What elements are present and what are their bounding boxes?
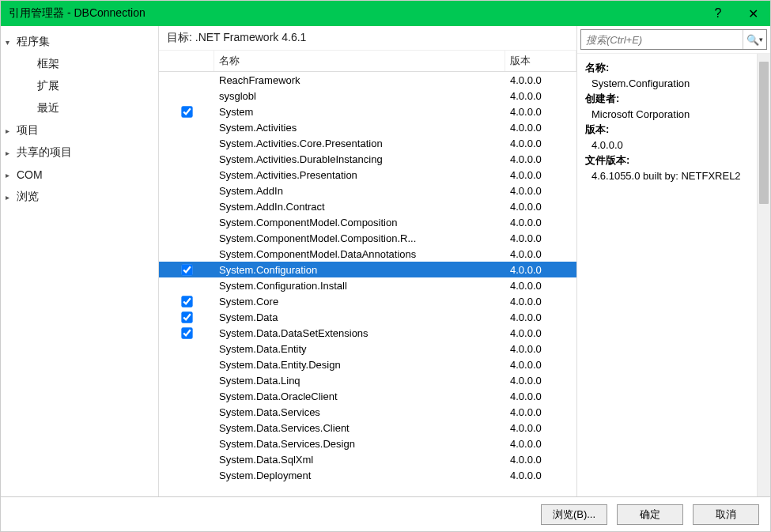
assembly-row[interactable]: System.Activities.Presentation4.0.0.0 xyxy=(159,167,576,183)
close-button[interactable]: ✕ xyxy=(735,1,770,26)
assembly-name: System.Data xyxy=(214,311,505,323)
nav-item[interactable]: COM xyxy=(1,164,158,186)
assembly-row[interactable]: System.Configuration4.0.0.0 xyxy=(159,262,576,277)
search-wrap: 🔍▾ xyxy=(577,26,770,54)
assembly-version: 4.0.0.0 xyxy=(505,422,576,434)
assembly-row[interactable]: System.Core4.0.0.0 xyxy=(159,293,576,309)
assembly-checkbox[interactable] xyxy=(181,296,192,307)
assembly-name: System.ComponentModel.Composition xyxy=(214,217,505,228)
expand-icon[interactable] xyxy=(6,171,17,179)
expand-icon[interactable] xyxy=(6,38,17,47)
assembly-version: 4.0.0.0 xyxy=(505,185,576,197)
detail-creator-value: Microsoft Corporation xyxy=(585,107,749,123)
nav-item[interactable]: 共享的项目 xyxy=(1,141,158,164)
assembly-name: System.Data.OracleClient xyxy=(214,391,505,402)
nav-subitem[interactable]: 扩展 xyxy=(1,75,158,97)
help-button[interactable]: ? xyxy=(701,1,735,26)
assembly-row[interactable]: System.Data.DataSetExtensions4.0.0.0 xyxy=(159,325,576,341)
assembly-version: 4.0.0.0 xyxy=(505,153,576,165)
details-pane: 名称: System.Configuration 创建者: Microsoft … xyxy=(577,54,757,496)
nav-subitem[interactable]: 框架 xyxy=(1,53,158,75)
row-check-cell[interactable] xyxy=(159,265,214,275)
details-scrollbar[interactable] xyxy=(757,54,770,496)
nav-item[interactable]: 程序集 xyxy=(1,31,158,53)
assembly-row[interactable]: System.ComponentModel.Composition.R...4.… xyxy=(159,230,576,246)
cancel-button[interactable]: 取消 xyxy=(693,504,759,525)
assembly-row[interactable]: System.Configuration.Install4.0.0.0 xyxy=(159,277,576,293)
right-panel: 🔍▾ 名称: System.Configuration 创建者: Microso… xyxy=(576,26,770,496)
assembly-row[interactable]: System.Data.Services4.0.0.0 xyxy=(159,404,576,420)
row-check-cell[interactable] xyxy=(159,328,214,338)
assembly-row[interactable]: System.Data.OracleClient4.0.0.0 xyxy=(159,388,576,404)
col-check[interactable] xyxy=(159,51,214,71)
assembly-name: System.Activities.DurableInstancing xyxy=(214,153,505,165)
assembly-row[interactable]: System.Data.SqlXml4.0.0.0 xyxy=(159,451,576,467)
assembly-row[interactable]: System.Data.Services.Client4.0.0.0 xyxy=(159,420,576,436)
assembly-version: 4.0.0.0 xyxy=(505,248,576,260)
search-icon[interactable]: 🔍▾ xyxy=(743,30,766,49)
scrollbar-thumb[interactable] xyxy=(759,62,769,204)
assembly-version: 4.0.0.0 xyxy=(505,406,576,418)
nav-subitem[interactable]: 最近 xyxy=(1,97,158,119)
assembly-row[interactable]: System.AddIn.Contract4.0.0.0 xyxy=(159,198,576,214)
assembly-list[interactable]: ReachFramework4.0.0.0sysglobl4.0.0.0Syst… xyxy=(159,72,576,496)
col-version[interactable]: 版本 xyxy=(505,51,576,71)
assembly-checkbox[interactable] xyxy=(181,311,192,323)
ok-button[interactable]: 确定 xyxy=(617,504,683,525)
assembly-row[interactable]: System.Data.Linq4.0.0.0 xyxy=(159,372,576,388)
assembly-name: System.AddIn xyxy=(214,185,505,197)
nav-subitem-label: 扩展 xyxy=(37,79,59,93)
assembly-version: 4.0.0.0 xyxy=(505,74,576,86)
assembly-name: System.Data.Entity.Design xyxy=(214,359,505,371)
assembly-name: System.Data.Services xyxy=(214,406,505,418)
assembly-name: System.Configuration.Install xyxy=(214,280,505,292)
nav-item[interactable]: 浏览 xyxy=(1,186,158,208)
nav-item[interactable]: 项目 xyxy=(1,119,158,141)
assembly-name: System.Activities xyxy=(214,122,505,134)
assembly-row[interactable]: System.AddIn4.0.0.0 xyxy=(159,183,576,198)
assembly-row[interactable]: System.Data.Entity4.0.0.0 xyxy=(159,341,576,357)
assembly-row[interactable]: System.Data.Services.Design4.0.0.0 xyxy=(159,436,576,451)
target-framework: 目标: .NET Framework 4.6.1 xyxy=(159,26,576,51)
browse-button[interactable]: 浏览(B)... xyxy=(541,504,607,525)
row-check-cell[interactable] xyxy=(159,296,214,307)
assembly-row[interactable]: System.Activities.Core.Presentation4.0.0… xyxy=(159,135,576,151)
assembly-name: System.Activities.Presentation xyxy=(214,169,505,181)
assembly-version: 4.0.0.0 xyxy=(505,327,576,339)
expand-icon[interactable] xyxy=(6,149,17,157)
assembly-row[interactable]: System.Data.Entity.Design4.0.0.0 xyxy=(159,357,576,372)
list-header: 名称 版本 xyxy=(159,51,576,72)
detail-filever-label: 文件版本: xyxy=(585,153,749,168)
assembly-version: 4.0.0.0 xyxy=(505,470,576,481)
detail-filever-value: 4.6.1055.0 built by: NETFXREL2 xyxy=(585,168,749,184)
row-check-cell[interactable] xyxy=(159,312,214,323)
assembly-row[interactable]: System.Data4.0.0.0 xyxy=(159,309,576,325)
assembly-checkbox[interactable] xyxy=(181,327,192,338)
assembly-row[interactable]: System.Deployment4.0.0.0 xyxy=(159,467,576,483)
assembly-row[interactable]: System4.0.0.0 xyxy=(159,104,576,119)
assembly-row[interactable]: ReachFramework4.0.0.0 xyxy=(159,72,576,88)
assembly-version: 4.0.0.0 xyxy=(505,232,576,244)
assembly-name: System.Deployment xyxy=(214,470,505,481)
detail-name-value: System.Configuration xyxy=(585,76,749,92)
search-input[interactable] xyxy=(581,34,743,46)
assembly-version: 4.0.0.0 xyxy=(505,311,576,323)
assembly-name: System.Configuration xyxy=(214,264,505,276)
main-area: 程序集框架扩展最近项目共享的项目COM浏览 目标: .NET Framework… xyxy=(1,26,770,496)
assembly-row[interactable]: System.Activities4.0.0.0 xyxy=(159,119,576,135)
assembly-row[interactable]: System.ComponentModel.DataAnnotations4.0… xyxy=(159,246,576,262)
row-check-cell[interactable] xyxy=(159,107,214,117)
assembly-name: System xyxy=(214,106,505,118)
assembly-checkbox[interactable] xyxy=(181,106,192,117)
assembly-name: System.ComponentModel.Composition.R... xyxy=(214,232,505,244)
category-nav: 程序集框架扩展最近项目共享的项目COM浏览 xyxy=(1,26,159,496)
assembly-row[interactable]: sysglobl4.0.0.0 xyxy=(159,88,576,104)
assembly-row[interactable]: System.Activities.DurableInstancing4.0.0… xyxy=(159,151,576,167)
col-name[interactable]: 名称 xyxy=(214,51,505,71)
search-box[interactable]: 🔍▾ xyxy=(580,29,767,50)
assembly-name: System.Data.DataSetExtensions xyxy=(214,327,505,339)
expand-icon[interactable] xyxy=(6,126,17,135)
assembly-checkbox[interactable] xyxy=(181,264,192,275)
expand-icon[interactable] xyxy=(6,193,17,202)
assembly-row[interactable]: System.ComponentModel.Composition4.0.0.0 xyxy=(159,214,576,230)
